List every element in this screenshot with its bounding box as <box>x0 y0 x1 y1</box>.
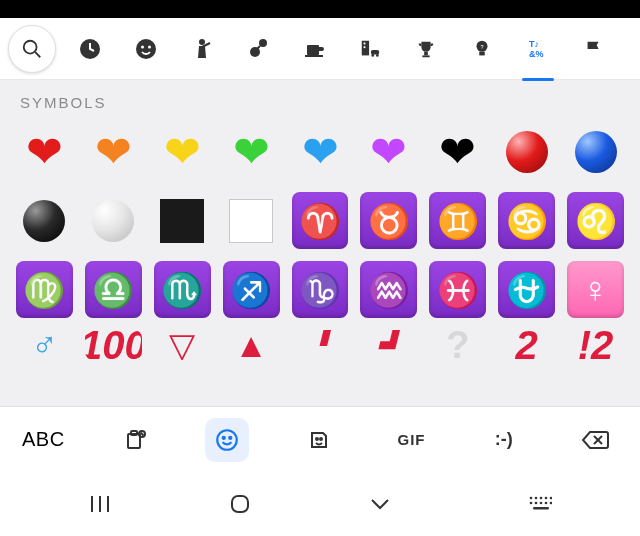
svg-point-31 <box>223 436 225 438</box>
svg-point-50 <box>550 502 552 505</box>
nav-hide-keyboard[interactable] <box>516 480 564 528</box>
emoji-female-sign[interactable]: ♀ <box>567 261 624 318</box>
emoticon-mode-button[interactable]: :-) <box>482 418 526 462</box>
emoji-black-circle[interactable] <box>16 192 73 249</box>
sticker-mode-button[interactable] <box>297 418 341 462</box>
backspace-button[interactable] <box>574 418 618 462</box>
emoji-question-white[interactable]: ? <box>429 330 486 360</box>
svg-text:&%: &% <box>529 49 544 59</box>
emoji-cancer[interactable]: ♋ <box>498 192 555 249</box>
svg-point-4 <box>141 45 144 48</box>
nav-home[interactable] <box>216 480 264 528</box>
emoji-yellow-heart[interactable]: ❤ <box>154 123 211 180</box>
emoji-sagittarius[interactable]: ♐ <box>223 261 280 318</box>
svg-rect-26 <box>128 434 140 448</box>
emoji-ophiuchus[interactable]: ⛎ <box>498 261 555 318</box>
svg-point-46 <box>530 502 533 505</box>
category-objects[interactable]: ? <box>460 27 504 71</box>
emoji-leo[interactable]: ♌ <box>567 192 624 249</box>
svg-text:?: ? <box>480 44 483 50</box>
emoji-category-row: ? T♪&% <box>0 18 640 80</box>
emoji-exclaim-bold[interactable]: ┛ <box>360 330 417 360</box>
emoji-blue-heart[interactable]: ❤ <box>292 123 349 180</box>
category-symbols[interactable]: T♪&% <box>516 27 560 71</box>
svg-rect-14 <box>364 42 366 44</box>
emoji-male-sign[interactable]: ♂ <box>16 330 73 360</box>
category-recent[interactable] <box>68 27 112 71</box>
svg-point-32 <box>229 436 231 438</box>
home-icon <box>228 492 252 516</box>
svg-point-41 <box>530 497 533 500</box>
section-label: SYMBOLS <box>0 80 640 119</box>
emoji-pisces[interactable]: ♓ <box>429 261 486 318</box>
category-food[interactable] <box>292 27 336 71</box>
emoji-green-heart[interactable]: ❤ <box>223 123 280 180</box>
flag-icon <box>583 38 605 60</box>
emoji-mode-button[interactable] <box>205 418 249 462</box>
keyboard-icon <box>528 495 552 513</box>
category-travel[interactable] <box>348 27 392 71</box>
abc-button[interactable]: ABC <box>22 428 65 451</box>
emoji-aries[interactable]: ♈ <box>292 192 349 249</box>
emoji-libra[interactable]: ♎ <box>85 261 142 318</box>
svg-rect-15 <box>364 46 366 48</box>
emoji-white-square[interactable] <box>223 192 280 249</box>
emoji-digit-2[interactable]: 2 <box>498 330 555 360</box>
emoji-red-heart[interactable]: ❤ <box>16 123 73 180</box>
clipboard-button[interactable] <box>113 418 157 462</box>
svg-point-5 <box>148 45 151 48</box>
category-activity[interactable] <box>404 27 448 71</box>
svg-point-17 <box>371 54 374 57</box>
category-nature[interactable] <box>236 27 280 71</box>
emoji-hundred[interactable]: 100 <box>85 330 142 360</box>
svg-point-8 <box>259 39 267 47</box>
search-icon <box>21 38 43 60</box>
svg-point-33 <box>316 438 318 440</box>
svg-point-47 <box>535 502 538 505</box>
category-people[interactable] <box>180 27 224 71</box>
emoji-scorpio[interactable]: ♏ <box>154 261 211 318</box>
sticker-icon <box>307 428 331 452</box>
svg-rect-12 <box>305 55 323 57</box>
chevron-down-icon <box>369 497 391 511</box>
building-car-icon <box>359 38 381 60</box>
emoji-blue-circle[interactable] <box>567 123 624 180</box>
category-flags[interactable] <box>572 27 616 71</box>
emoji-gemini[interactable]: ♊ <box>429 192 486 249</box>
emoji-row: ♂ 100 ▽ ▲ ╹ ┛ ? 2 !2 <box>16 330 624 360</box>
emoji-black-square[interactable] <box>154 192 211 249</box>
emoji-row: ❤ ❤ ❤ ❤ ❤ ❤ ❤ <box>16 123 624 180</box>
emoji-capricorn[interactable]: ♑ <box>292 261 349 318</box>
gif-mode-button[interactable]: GIF <box>390 418 434 462</box>
emoji-digit-12[interactable]: !2 <box>567 330 624 360</box>
emoji-row: ♍ ♎ ♏ ♐ ♑ ♒ ♓ ⛎ ♀ <box>16 261 624 318</box>
emoji-taurus[interactable]: ♉ <box>360 192 417 249</box>
emoji-white-circle[interactable] <box>85 192 142 249</box>
emoji-triangle-down[interactable]: ▽ <box>154 330 211 360</box>
svg-rect-51 <box>533 507 549 510</box>
emoji-black-heart[interactable]: ❤ <box>429 123 486 180</box>
emoji-triangle-up[interactable]: ▲ <box>223 330 280 360</box>
emoji-grid: ❤ ❤ ❤ ❤ ❤ ❤ ❤ ♈ ♉ ♊ ♋ ♌ ♍ ♎ ♏ ♐ ♑ ♒ ♓ ⛎ … <box>0 119 640 372</box>
status-bar <box>0 0 640 18</box>
emoji-virgo[interactable]: ♍ <box>16 261 73 318</box>
search-button[interactable] <box>8 25 56 73</box>
svg-text:T♪: T♪ <box>529 39 539 49</box>
nav-back[interactable] <box>356 480 404 528</box>
emoji-row: ♈ ♉ ♊ ♋ ♌ <box>16 192 624 249</box>
nav-recents[interactable] <box>76 480 124 528</box>
svg-point-48 <box>540 502 543 505</box>
emoji-exclaim[interactable]: ╹ <box>292 330 349 360</box>
svg-point-0 <box>24 40 37 53</box>
emoji-red-circle[interactable] <box>498 123 555 180</box>
svg-rect-20 <box>422 55 429 57</box>
emoji-purple-heart[interactable]: ❤ <box>360 123 417 180</box>
svg-point-18 <box>376 54 379 57</box>
smiley-icon <box>214 427 240 453</box>
category-smileys[interactable] <box>124 27 168 71</box>
emoji-aquarius[interactable]: ♒ <box>360 261 417 318</box>
svg-rect-16 <box>371 49 379 54</box>
svg-rect-13 <box>362 40 369 55</box>
svg-line-10 <box>257 46 260 49</box>
emoji-orange-heart[interactable]: ❤ <box>85 123 142 180</box>
